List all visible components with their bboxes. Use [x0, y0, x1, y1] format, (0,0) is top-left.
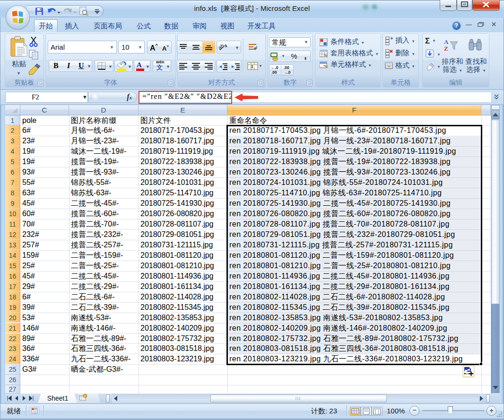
svg-text:Z: Z: [444, 45, 448, 52]
svg-text:A: A: [444, 38, 449, 45]
svg-text:▼: ▼: [437, 52, 441, 57]
svg-text:a: a: [251, 64, 253, 69]
svg-text:ab: ab: [217, 43, 225, 51]
